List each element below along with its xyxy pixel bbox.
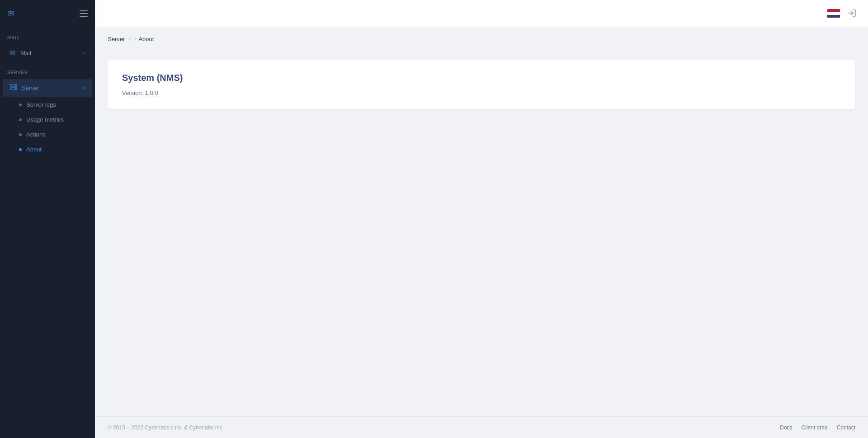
flag-blue-stripe (827, 15, 840, 18)
footer-copyright: © 2015 – 2022 Cyberlabs s.r.o. & Cyberla… (108, 424, 224, 431)
sidebar-item-mail[interactable]: ✉ Mail › (3, 44, 92, 61)
breadcrumb-current: About (138, 36, 154, 42)
app-logo-icon: ✉ (7, 9, 14, 19)
sidebar-item-usage-metrics[interactable]: Usage metrics (3, 113, 92, 127)
page-content: System (NMS) Version: 1.8.0 (95, 51, 868, 416)
breadcrumb-server: Server (108, 36, 125, 42)
sidebar-item-server-logs-label: Server logs (26, 101, 56, 108)
system-version: Version: 1.8.0 (122, 89, 841, 96)
server-icon (10, 84, 17, 92)
flag-red-stripe (827, 9, 840, 12)
sidebar-item-actions-label: Actions (26, 131, 46, 138)
sidebar: ✉ MAIL ✉ Mail › SERVER Server ∨ Server l… (0, 0, 95, 438)
flag-white-stripe (827, 12, 840, 15)
sidebar-item-actions[interactable]: Actions (3, 127, 92, 141)
dot-icon (19, 133, 22, 136)
footer: © 2015 – 2022 Cyberlabs s.r.o. & Cyberla… (95, 416, 868, 438)
svg-point-3 (15, 88, 16, 89)
svg-point-2 (15, 85, 16, 86)
sidebar-item-server-label: Server (22, 85, 39, 91)
footer-link-client-area[interactable]: Client area (802, 424, 828, 431)
footer-links: Docs Client area Contact (780, 424, 855, 431)
sidebar-section-mail-label: MAIL (0, 27, 95, 44)
hamburger-button[interactable] (80, 10, 88, 17)
topbar (95, 0, 868, 27)
dot-active-icon (19, 148, 22, 151)
main-content: Server ⌂ › About System (NMS) Version: 1… (95, 0, 868, 438)
sidebar-item-about-label: About (26, 146, 42, 153)
footer-link-docs[interactable]: Docs (780, 424, 792, 431)
logout-button[interactable] (847, 9, 857, 19)
breadcrumb-separator: › (134, 36, 136, 42)
language-flag-button[interactable] (827, 9, 840, 18)
dot-icon (19, 104, 22, 106)
chevron-icon: › (84, 51, 85, 56)
home-icon: ⌂ (127, 35, 131, 42)
footer-link-contact[interactable]: Contact (837, 424, 855, 431)
system-title: System (NMS) (122, 73, 841, 83)
sidebar-item-server-logs[interactable]: Server logs (3, 98, 92, 112)
sidebar-header: ✉ (0, 0, 95, 27)
sidebar-item-server[interactable]: Server ∨ (3, 79, 92, 97)
sidebar-item-about[interactable]: About (3, 142, 92, 156)
about-card: System (NMS) Version: 1.8.0 (108, 60, 855, 109)
mail-icon: ✉ (10, 49, 16, 57)
dot-icon (19, 118, 22, 121)
sidebar-item-mail-label: Mail (20, 50, 31, 57)
sidebar-item-usage-metrics-label: Usage metrics (26, 116, 64, 123)
breadcrumb: Server ⌂ › About (95, 27, 868, 51)
sidebar-section-server-label: SERVER (0, 62, 95, 79)
server-chevron-icon: ∨ (82, 85, 85, 90)
